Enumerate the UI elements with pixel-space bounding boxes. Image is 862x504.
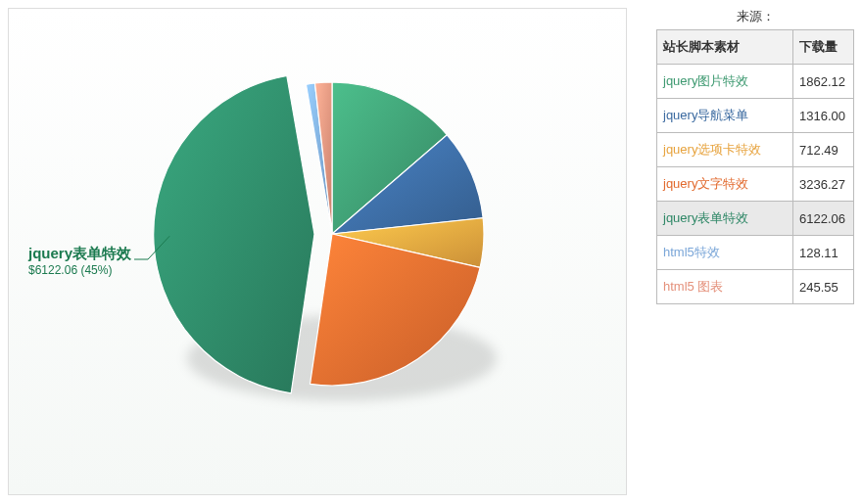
table-body: jquery图片特效1862.12jquery导航菜单1316.00jquery… (657, 65, 854, 304)
row-value: 3236.27 (793, 167, 854, 202)
row-name: jquery图片特效 (657, 65, 793, 99)
row-name: jquery表单特效 (657, 202, 793, 236)
pie-slice[interactable] (314, 82, 332, 234)
table-row[interactable]: jquery导航菜单1316.00 (657, 99, 854, 133)
callout-value: $6122.06 (45%) (28, 263, 131, 279)
table-row[interactable]: html5 图表245.55 (657, 270, 854, 304)
row-name: jquery选项卡特效 (657, 133, 793, 167)
row-name: jquery文字特效 (657, 167, 793, 202)
header-name: 站长脚本素材 (657, 30, 793, 65)
row-value: 6122.06 (793, 202, 854, 236)
row-name: jquery导航菜单 (657, 99, 793, 133)
data-table: 站长脚本素材 下载量 jquery图片特效1862.12jquery导航菜单13… (656, 29, 854, 304)
pie-slice[interactable] (154, 75, 314, 392)
row-name: html5特效 (657, 236, 793, 270)
row-value: 712.49 (793, 133, 854, 167)
row-value: 245.55 (793, 270, 854, 304)
table-row[interactable]: jquery表单特效6122.06 (657, 202, 854, 236)
row-name: html5 图表 (657, 270, 793, 304)
row-value: 128.11 (793, 236, 854, 270)
data-table-panel: 来源： 站长脚本素材 下载量 jquery图片特效1862.12jquery导航… (656, 8, 854, 304)
table-header-row: 站长脚本素材 下载量 (657, 30, 854, 65)
header-value: 下载量 (793, 30, 854, 65)
table-row[interactable]: jquery选项卡特效712.49 (657, 133, 854, 167)
row-value: 1862.12 (793, 65, 854, 99)
table-row[interactable]: jquery文字特效3236.27 (657, 167, 854, 202)
callout-name: jquery表单特效 (28, 244, 131, 263)
pie-callout: jquery表单特效 $6122.06 (45%) (28, 244, 131, 278)
pie-chart-panel: jquery表单特效 $6122.06 (45%) (8, 8, 627, 495)
table-row[interactable]: html5特效128.11 (657, 236, 854, 270)
row-value: 1316.00 (793, 99, 854, 133)
table-title: 来源： (656, 8, 854, 29)
table-row[interactable]: jquery图片特效1862.12 (657, 65, 854, 99)
